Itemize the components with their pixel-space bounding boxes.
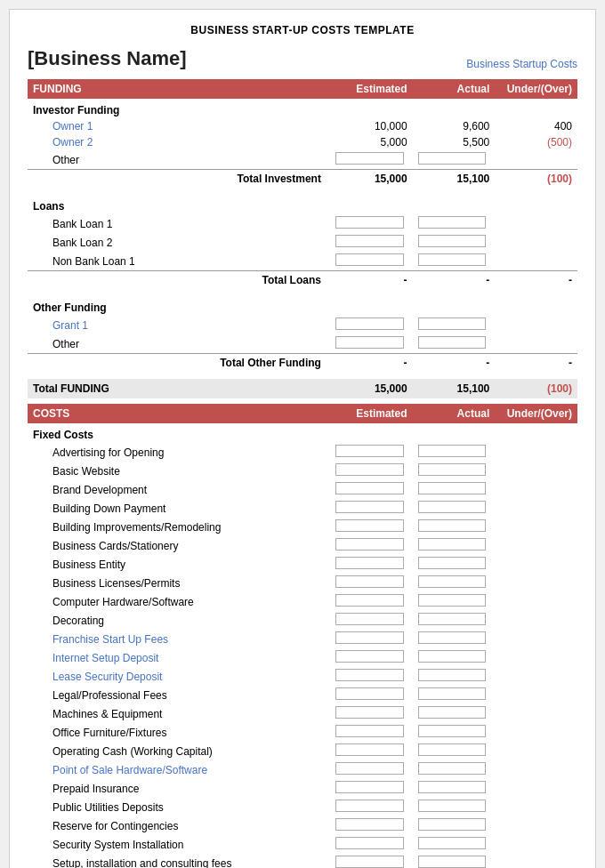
total-funding-under: (100)	[495, 379, 577, 398]
cost-estimated-input-17[interactable]	[335, 762, 404, 775]
other-funding-other-label: Other	[28, 334, 330, 354]
grant1-estimated-input[interactable]	[335, 317, 404, 330]
cost-item-label: Computer Hardware/Software	[28, 592, 330, 611]
cost-estimated-input-7[interactable]	[335, 575, 404, 588]
funding-col-under: Under/(Over)	[495, 79, 577, 99]
cost-actual-input-10[interactable]	[418, 631, 487, 644]
cost-item-row: Franchise Start Up Fees	[28, 630, 577, 648]
cost-actual-input-6[interactable]	[418, 557, 487, 569]
total-other-funding-row: Total Other Funding - - -	[28, 354, 577, 373]
other-funding-other-estimated-input[interactable]	[335, 336, 404, 349]
investor-other-actual-input[interactable]	[418, 152, 487, 165]
bank-loan2-label: Bank Loan 2	[28, 233, 330, 252]
owner1-row: Owner 1 10,000 9,600 400	[28, 118, 577, 134]
total-funding-row: Total FUNDING 15,000 15,100 (100)	[28, 379, 577, 398]
cost-actual-input-0[interactable]	[418, 445, 487, 457]
grant1-label: Grant 1	[28, 316, 330, 334]
cost-item-row: Public Utilities Deposits	[28, 798, 577, 816]
cost-actual-input-13[interactable]	[418, 687, 487, 700]
bank-loan1-actual-input[interactable]	[418, 216, 487, 229]
cost-estimated-input-12[interactable]	[335, 669, 404, 681]
total-loans-label: Total Loans	[28, 271, 330, 290]
owner2-under: (500)	[495, 134, 577, 150]
cost-actual-input-18[interactable]	[418, 781, 487, 793]
cost-estimated-input-14[interactable]	[335, 706, 404, 719]
cost-estimated-input-19[interactable]	[335, 800, 404, 812]
cost-estimated-input-15[interactable]	[335, 725, 404, 737]
cost-actual-input-3[interactable]	[418, 501, 487, 513]
cost-item-label: Legal/Professional Fees	[28, 686, 330, 704]
business-name: [Business Name]	[28, 47, 187, 70]
total-other-actual: -	[413, 354, 496, 373]
cost-actual-input-15[interactable]	[418, 725, 487, 737]
fixed-costs-category: Fixed Costs	[28, 423, 577, 443]
funding-label: FUNDING	[28, 79, 330, 99]
cost-actual-input-5[interactable]	[418, 538, 487, 551]
cost-estimated-input-21[interactable]	[335, 837, 404, 849]
cost-estimated-input-3[interactable]	[335, 501, 404, 513]
cost-actual-input-22[interactable]	[418, 856, 487, 868]
cost-estimated-input-10[interactable]	[335, 631, 404, 644]
cost-item-label: Business Entity	[28, 555, 330, 574]
non-bank-loan1-actual-input[interactable]	[418, 253, 487, 266]
cost-actual-input-1[interactable]	[418, 463, 487, 476]
cost-item-row: Point of Sale Hardware/Software	[28, 760, 577, 779]
cost-estimated-input-20[interactable]	[335, 818, 404, 831]
cost-item-row: Internet Setup Deposit	[28, 648, 577, 667]
cost-estimated-input-9[interactable]	[335, 613, 404, 625]
owner2-row: Owner 2 5,000 5,500 (500)	[28, 134, 577, 150]
non-bank-loan1-estimated-input[interactable]	[335, 253, 404, 266]
cost-estimated-input-11[interactable]	[335, 650, 404, 663]
bank-loan2-row: Bank Loan 2	[28, 233, 577, 252]
other-funding-other-actual-input[interactable]	[418, 336, 487, 349]
cost-estimated-input-18[interactable]	[335, 781, 404, 793]
bank-loan1-estimated-input[interactable]	[335, 216, 404, 229]
total-investment-label: Total Investment	[28, 170, 330, 189]
grant1-actual-input[interactable]	[418, 317, 487, 330]
cost-item-row: Lease Security Deposit	[28, 667, 577, 686]
cost-item-label: Office Furniture/Fixtures	[28, 723, 330, 742]
cost-actual-input-8[interactable]	[418, 594, 487, 607]
cost-estimated-input-1[interactable]	[335, 463, 404, 476]
non-bank-loan1-label: Non Bank Loan 1	[28, 252, 330, 271]
cost-estimated-input-22[interactable]	[335, 856, 404, 868]
bank-loan2-actual-input[interactable]	[418, 235, 487, 247]
cost-estimated-input-0[interactable]	[335, 445, 404, 457]
cost-estimated-input-4[interactable]	[335, 519, 404, 532]
cost-actual-input-14[interactable]	[418, 706, 487, 719]
cost-item-row: Advertising for Opening	[28, 443, 577, 462]
cost-item-label: Business Cards/Stationery	[28, 536, 330, 555]
other-funding-category: Other Funding	[28, 296, 577, 316]
cost-actual-input-17[interactable]	[418, 762, 487, 775]
cost-item-label: Public Utilities Deposits	[28, 798, 330, 816]
cost-item-row: Building Down Payment	[28, 499, 577, 518]
cost-actual-input-21[interactable]	[418, 837, 487, 849]
cost-actual-input-20[interactable]	[418, 818, 487, 831]
cost-item-label: Security System Installation	[28, 835, 330, 854]
header-link[interactable]: Business Startup Costs	[466, 58, 577, 70]
cost-actual-input-7[interactable]	[418, 575, 487, 588]
bank-loan2-estimated-input[interactable]	[335, 235, 404, 247]
cost-estimated-input-6[interactable]	[335, 557, 404, 569]
cost-actual-input-2[interactable]	[418, 482, 487, 494]
cost-actual-input-16[interactable]	[418, 743, 487, 756]
cost-estimated-input-2[interactable]	[335, 482, 404, 494]
cost-estimated-input-8[interactable]	[335, 594, 404, 607]
cost-estimated-input-5[interactable]	[335, 538, 404, 551]
cost-actual-input-9[interactable]	[418, 613, 487, 625]
cost-actual-input-12[interactable]	[418, 669, 487, 681]
loans-category: Loans	[28, 195, 577, 214]
owner1-actual: 9,600	[413, 118, 496, 134]
owner2-actual: 5,500	[413, 134, 496, 150]
cost-estimated-input-13[interactable]	[335, 687, 404, 700]
cost-item-row: Security System Installation	[28, 835, 577, 854]
cost-item-label: Advertising for Opening	[28, 443, 330, 462]
cost-actual-input-4[interactable]	[418, 519, 487, 532]
investor-other-estimated-input[interactable]	[335, 152, 404, 165]
cost-actual-input-19[interactable]	[418, 800, 487, 812]
investor-other-label: Other	[28, 150, 330, 170]
cost-item-row: Business Licenses/Permits	[28, 574, 577, 592]
cost-estimated-input-16[interactable]	[335, 743, 404, 756]
total-investment-row: Total Investment 15,000 15,100 (100)	[28, 170, 577, 189]
cost-actual-input-11[interactable]	[418, 650, 487, 663]
